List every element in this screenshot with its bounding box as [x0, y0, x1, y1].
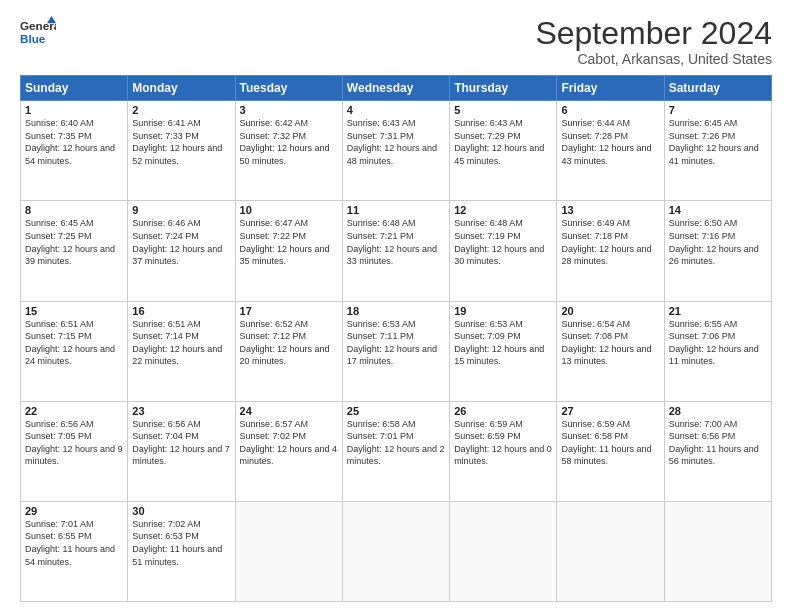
day-number: 16 [132, 305, 230, 317]
day-number: 25 [347, 405, 445, 417]
day-info: Sunrise: 7:02 AMSunset: 6:53 PMDaylight:… [132, 518, 230, 568]
calendar-cell: 29Sunrise: 7:01 AMSunset: 6:55 PMDayligh… [21, 501, 128, 601]
calendar-cell: 19Sunrise: 6:53 AMSunset: 7:09 PMDayligh… [450, 301, 557, 401]
day-info: Sunrise: 6:57 AMSunset: 7:02 PMDaylight:… [240, 418, 338, 468]
calendar-cell [450, 501, 557, 601]
day-info: Sunrise: 6:52 AMSunset: 7:12 PMDaylight:… [240, 318, 338, 368]
calendar-header-row: SundayMondayTuesdayWednesdayThursdayFrid… [21, 76, 772, 101]
day-info: Sunrise: 6:59 AMSunset: 6:59 PMDaylight:… [454, 418, 552, 468]
day-info: Sunrise: 6:58 AMSunset: 7:01 PMDaylight:… [347, 418, 445, 468]
calendar-cell: 27Sunrise: 6:59 AMSunset: 6:58 PMDayligh… [557, 401, 664, 501]
calendar-cell: 26Sunrise: 6:59 AMSunset: 6:59 PMDayligh… [450, 401, 557, 501]
day-number: 5 [454, 104, 552, 116]
calendar-cell: 18Sunrise: 6:53 AMSunset: 7:11 PMDayligh… [342, 301, 449, 401]
calendar-cell: 13Sunrise: 6:49 AMSunset: 7:18 PMDayligh… [557, 201, 664, 301]
day-number: 14 [669, 204, 767, 216]
day-number: 27 [561, 405, 659, 417]
day-info: Sunrise: 6:51 AMSunset: 7:14 PMDaylight:… [132, 318, 230, 368]
day-number: 26 [454, 405, 552, 417]
title-block: September 2024 Cabot, Arkansas, United S… [535, 16, 772, 67]
day-number: 12 [454, 204, 552, 216]
calendar-cell: 16Sunrise: 6:51 AMSunset: 7:14 PMDayligh… [128, 301, 235, 401]
calendar-cell: 23Sunrise: 6:56 AMSunset: 7:04 PMDayligh… [128, 401, 235, 501]
day-info: Sunrise: 6:56 AMSunset: 7:05 PMDaylight:… [25, 418, 123, 468]
calendar-day-header: Friday [557, 76, 664, 101]
day-info: Sunrise: 6:53 AMSunset: 7:09 PMDaylight:… [454, 318, 552, 368]
page: General Blue September 2024 Cabot, Arkan… [0, 0, 792, 612]
day-info: Sunrise: 6:42 AMSunset: 7:32 PMDaylight:… [240, 117, 338, 167]
calendar-cell: 6Sunrise: 6:44 AMSunset: 7:28 PMDaylight… [557, 101, 664, 201]
day-number: 8 [25, 204, 123, 216]
svg-text:Blue: Blue [20, 32, 46, 45]
day-number: 28 [669, 405, 767, 417]
day-number: 24 [240, 405, 338, 417]
day-info: Sunrise: 7:00 AMSunset: 6:56 PMDaylight:… [669, 418, 767, 468]
day-number: 3 [240, 104, 338, 116]
calendar-cell: 12Sunrise: 6:48 AMSunset: 7:19 PMDayligh… [450, 201, 557, 301]
calendar-cell: 17Sunrise: 6:52 AMSunset: 7:12 PMDayligh… [235, 301, 342, 401]
day-info: Sunrise: 6:55 AMSunset: 7:06 PMDaylight:… [669, 318, 767, 368]
day-info: Sunrise: 6:48 AMSunset: 7:21 PMDaylight:… [347, 217, 445, 267]
main-title: September 2024 [535, 16, 772, 51]
day-number: 10 [240, 204, 338, 216]
calendar-week-row: 22Sunrise: 6:56 AMSunset: 7:05 PMDayligh… [21, 401, 772, 501]
calendar-body: 1Sunrise: 6:40 AMSunset: 7:35 PMDaylight… [21, 101, 772, 602]
calendar-cell: 24Sunrise: 6:57 AMSunset: 7:02 PMDayligh… [235, 401, 342, 501]
day-info: Sunrise: 6:56 AMSunset: 7:04 PMDaylight:… [132, 418, 230, 468]
calendar-cell [235, 501, 342, 601]
calendar-day-header: Thursday [450, 76, 557, 101]
calendar-cell: 22Sunrise: 6:56 AMSunset: 7:05 PMDayligh… [21, 401, 128, 501]
calendar-cell: 7Sunrise: 6:45 AMSunset: 7:26 PMDaylight… [664, 101, 771, 201]
day-number: 20 [561, 305, 659, 317]
logo-icon: General Blue [20, 16, 56, 52]
day-info: Sunrise: 6:40 AMSunset: 7:35 PMDaylight:… [25, 117, 123, 167]
subtitle: Cabot, Arkansas, United States [535, 51, 772, 67]
day-info: Sunrise: 6:46 AMSunset: 7:24 PMDaylight:… [132, 217, 230, 267]
calendar-cell [557, 501, 664, 601]
day-number: 4 [347, 104, 445, 116]
calendar-cell: 21Sunrise: 6:55 AMSunset: 7:06 PMDayligh… [664, 301, 771, 401]
day-number: 22 [25, 405, 123, 417]
calendar-cell: 2Sunrise: 6:41 AMSunset: 7:33 PMDaylight… [128, 101, 235, 201]
calendar-cell: 25Sunrise: 6:58 AMSunset: 7:01 PMDayligh… [342, 401, 449, 501]
calendar-week-row: 15Sunrise: 6:51 AMSunset: 7:15 PMDayligh… [21, 301, 772, 401]
day-number: 11 [347, 204, 445, 216]
calendar-day-header: Wednesday [342, 76, 449, 101]
calendar-cell: 30Sunrise: 7:02 AMSunset: 6:53 PMDayligh… [128, 501, 235, 601]
day-info: Sunrise: 6:44 AMSunset: 7:28 PMDaylight:… [561, 117, 659, 167]
calendar-table: SundayMondayTuesdayWednesdayThursdayFrid… [20, 75, 772, 602]
day-number: 17 [240, 305, 338, 317]
calendar-cell: 8Sunrise: 6:45 AMSunset: 7:25 PMDaylight… [21, 201, 128, 301]
calendar-week-row: 1Sunrise: 6:40 AMSunset: 7:35 PMDaylight… [21, 101, 772, 201]
day-info: Sunrise: 6:48 AMSunset: 7:19 PMDaylight:… [454, 217, 552, 267]
day-number: 6 [561, 104, 659, 116]
day-number: 29 [25, 505, 123, 517]
calendar-cell: 14Sunrise: 6:50 AMSunset: 7:16 PMDayligh… [664, 201, 771, 301]
day-number: 9 [132, 204, 230, 216]
calendar-day-header: Tuesday [235, 76, 342, 101]
day-info: Sunrise: 6:43 AMSunset: 7:29 PMDaylight:… [454, 117, 552, 167]
calendar-day-header: Sunday [21, 76, 128, 101]
calendar-cell: 1Sunrise: 6:40 AMSunset: 7:35 PMDaylight… [21, 101, 128, 201]
day-info: Sunrise: 6:49 AMSunset: 7:18 PMDaylight:… [561, 217, 659, 267]
day-number: 18 [347, 305, 445, 317]
calendar-day-header: Monday [128, 76, 235, 101]
day-number: 23 [132, 405, 230, 417]
calendar-cell [664, 501, 771, 601]
day-info: Sunrise: 6:47 AMSunset: 7:22 PMDaylight:… [240, 217, 338, 267]
day-info: Sunrise: 6:43 AMSunset: 7:31 PMDaylight:… [347, 117, 445, 167]
calendar-cell: 11Sunrise: 6:48 AMSunset: 7:21 PMDayligh… [342, 201, 449, 301]
day-number: 7 [669, 104, 767, 116]
day-info: Sunrise: 6:59 AMSunset: 6:58 PMDaylight:… [561, 418, 659, 468]
calendar-cell: 3Sunrise: 6:42 AMSunset: 7:32 PMDaylight… [235, 101, 342, 201]
day-number: 15 [25, 305, 123, 317]
day-info: Sunrise: 6:45 AMSunset: 7:26 PMDaylight:… [669, 117, 767, 167]
calendar-cell: 15Sunrise: 6:51 AMSunset: 7:15 PMDayligh… [21, 301, 128, 401]
day-number: 1 [25, 104, 123, 116]
calendar-cell: 4Sunrise: 6:43 AMSunset: 7:31 PMDaylight… [342, 101, 449, 201]
day-info: Sunrise: 6:50 AMSunset: 7:16 PMDaylight:… [669, 217, 767, 267]
calendar-week-row: 29Sunrise: 7:01 AMSunset: 6:55 PMDayligh… [21, 501, 772, 601]
day-info: Sunrise: 6:41 AMSunset: 7:33 PMDaylight:… [132, 117, 230, 167]
day-number: 19 [454, 305, 552, 317]
calendar-cell: 5Sunrise: 6:43 AMSunset: 7:29 PMDaylight… [450, 101, 557, 201]
